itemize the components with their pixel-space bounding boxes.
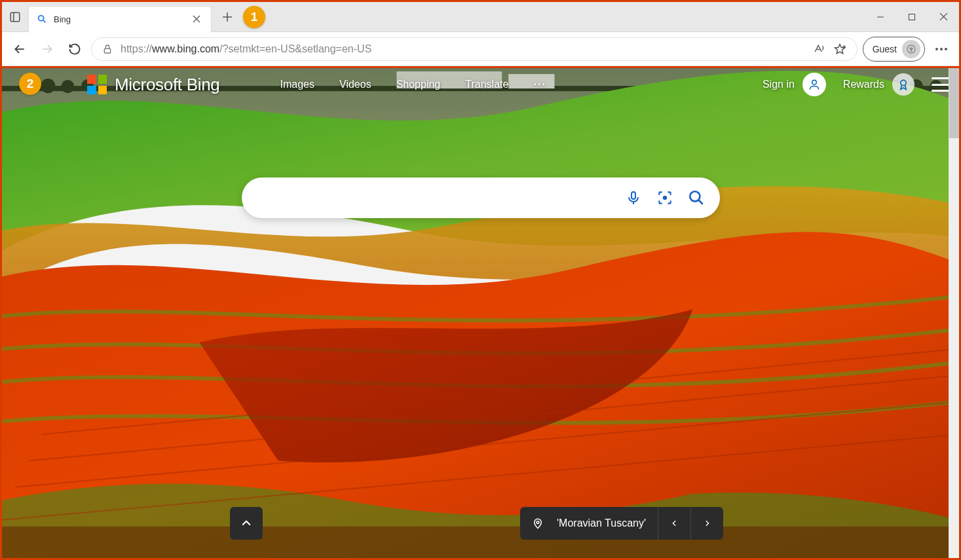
search-input[interactable] bbox=[259, 191, 624, 205]
bing-nav: Images Videos Shopping Translate ··· bbox=[280, 79, 546, 90]
nav-translate[interactable]: Translate bbox=[465, 79, 508, 90]
close-window-button[interactable] bbox=[928, 2, 959, 32]
bing-logo-text: Microsoft Bing bbox=[115, 75, 220, 95]
page-content: 2 Microsoft Bing Images Videos Shopping … bbox=[2, 66, 959, 558]
bing-header-right: Sign in Rewards bbox=[763, 73, 950, 96]
search-box bbox=[242, 177, 720, 218]
favorites-button[interactable] bbox=[833, 38, 846, 60]
signin-link[interactable]: Sign in bbox=[763, 73, 826, 96]
visual-search-button[interactable] bbox=[656, 189, 674, 207]
rewards-link[interactable]: Rewards bbox=[843, 73, 914, 96]
nav-shopping[interactable]: Shopping bbox=[396, 79, 441, 90]
url-path: /?setmkt=en-US&setlang=en-US bbox=[219, 43, 371, 54]
svg-point-20 bbox=[935, 48, 938, 50]
microsoft-logo-icon bbox=[87, 75, 107, 94]
expand-feed-button[interactable] bbox=[230, 507, 263, 540]
svg-point-45 bbox=[690, 191, 700, 201]
nav-images[interactable]: Images bbox=[280, 79, 314, 90]
svg-rect-14 bbox=[104, 48, 110, 53]
voice-search-button[interactable] bbox=[624, 189, 643, 207]
image-info-bar: 'Moravian Tuscany' bbox=[520, 507, 723, 540]
annotation-callout-1: 1 bbox=[243, 6, 265, 28]
bing-logo[interactable]: Microsoft Bing bbox=[87, 75, 220, 95]
svg-point-21 bbox=[940, 48, 943, 50]
new-tab-button[interactable] bbox=[217, 7, 238, 28]
address-url: https://www.bing.com/?setmkt=en-US&setla… bbox=[121, 43, 804, 55]
settings-menu-button[interactable] bbox=[930, 38, 952, 60]
rewards-icon bbox=[892, 73, 914, 96]
image-location-label: 'Moravian Tuscany' bbox=[557, 517, 646, 529]
address-bar[interactable]: https://www.bing.com/?setmkt=en-US&setla… bbox=[91, 37, 857, 61]
guest-avatar-icon: ? bbox=[902, 40, 920, 58]
prev-image-button[interactable] bbox=[658, 507, 690, 540]
tab-actions-button[interactable] bbox=[2, 2, 28, 32]
read-aloud-button[interactable] bbox=[812, 38, 825, 60]
signin-label: Sign in bbox=[763, 79, 795, 90]
close-tab-button[interactable] bbox=[190, 12, 203, 26]
svg-rect-39 bbox=[2, 527, 959, 558]
svg-line-46 bbox=[698, 200, 703, 204]
url-prefix: https:// bbox=[121, 43, 152, 54]
annotation-callout-2: 2 bbox=[19, 73, 41, 95]
forward-button[interactable] bbox=[36, 38, 58, 60]
window-controls bbox=[865, 2, 959, 32]
svg-point-40 bbox=[812, 80, 817, 84]
site-lock-icon[interactable] bbox=[102, 43, 113, 55]
url-host: www.bing.com bbox=[152, 43, 219, 54]
bing-header: Microsoft Bing Images Videos Shopping Tr… bbox=[2, 73, 950, 96]
maximize-button[interactable] bbox=[896, 2, 928, 32]
hamburger-menu[interactable] bbox=[932, 77, 950, 92]
next-image-button[interactable] bbox=[690, 507, 723, 540]
svg-line-3 bbox=[43, 20, 46, 23]
nav-more[interactable]: ··· bbox=[533, 79, 546, 90]
svg-rect-42 bbox=[631, 192, 635, 199]
background-image bbox=[2, 66, 959, 558]
svg-point-22 bbox=[945, 48, 947, 50]
svg-point-47 bbox=[537, 521, 539, 524]
profile-button[interactable]: Guest ? bbox=[863, 37, 925, 62]
svg-rect-0 bbox=[10, 12, 20, 22]
minimize-button[interactable] bbox=[865, 2, 896, 32]
location-icon bbox=[532, 517, 544, 529]
scrollbar-thumb[interactable] bbox=[949, 66, 959, 138]
svg-rect-9 bbox=[909, 14, 915, 20]
nav-videos[interactable]: Videos bbox=[339, 79, 371, 90]
bing-favicon-icon bbox=[37, 14, 47, 24]
image-location-button[interactable]: 'Moravian Tuscany' bbox=[520, 507, 658, 540]
tab-title: Bing bbox=[54, 14, 183, 24]
rewards-label: Rewards bbox=[843, 79, 884, 90]
browser-title-bar: Bing 1 bbox=[2, 2, 959, 32]
user-icon bbox=[802, 73, 826, 96]
refresh-button[interactable] bbox=[64, 38, 86, 60]
browser-nav-bar: https://www.bing.com/?setmkt=en-US&setla… bbox=[2, 32, 959, 66]
svg-point-2 bbox=[39, 16, 44, 21]
search-action-icons bbox=[624, 189, 706, 207]
back-button[interactable] bbox=[9, 38, 31, 60]
vertical-scrollbar[interactable] bbox=[949, 66, 959, 558]
profile-label: Guest bbox=[873, 44, 897, 54]
search-button[interactable] bbox=[687, 189, 706, 207]
svg-point-41 bbox=[901, 80, 906, 85]
browser-tab[interactable]: Bing bbox=[28, 6, 212, 32]
svg-point-44 bbox=[662, 196, 667, 200]
svg-marker-15 bbox=[835, 44, 844, 53]
svg-text:?: ? bbox=[910, 46, 913, 52]
